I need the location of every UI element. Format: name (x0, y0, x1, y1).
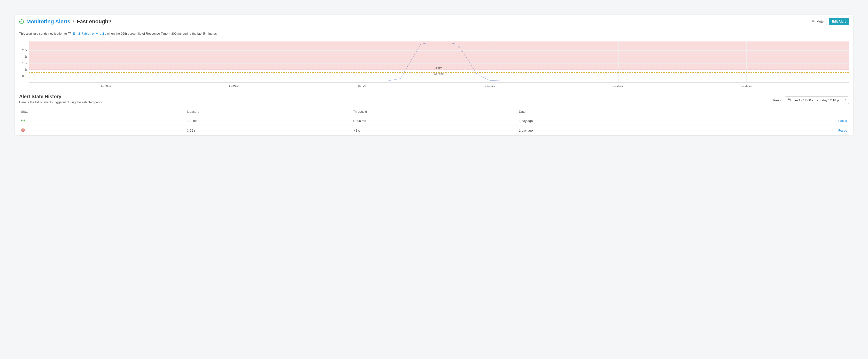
chart-x-axis: 11:40pm11:50pmJan 2312:10am12:20am12:30a… (29, 83, 849, 89)
alert-rule-summary: This alert rule sends notification to Em… (15, 28, 853, 39)
breadcrumb-separator: / (73, 19, 74, 25)
period-value: Jan 17 12:00 am - Today 12:18 pm (793, 99, 841, 102)
focus-link[interactable]: Focus (838, 129, 847, 132)
history-subtitle: Here is the list of events triggered dur… (19, 100, 104, 104)
alert-detail-card: Monitoring Alerts / Fast enough? Mute Ed… (14, 15, 854, 136)
history-table: State Measure Threshold Date 780 ms> 800… (19, 107, 849, 136)
mute-label: Mute (817, 20, 824, 23)
chart-container: 0.5s1s1.5s2s2.5s3salarmwarning 11:40pm11… (15, 39, 853, 90)
breadcrumb: Monitoring Alerts / Fast enough? (19, 19, 112, 25)
state-ok-icon (21, 119, 25, 123)
calendar-icon (787, 98, 791, 102)
table-row: 3.06 s> 1 s1 day agoFocus (19, 126, 849, 136)
cell-threshold: > 1 s (351, 126, 517, 136)
mute-icon (812, 19, 815, 24)
edit-alert-button[interactable]: Edit Alert (829, 18, 849, 25)
rule-suffix: when the 96th percentile of Response Tim… (107, 32, 217, 35)
state-alert-icon (21, 129, 25, 133)
cell-threshold: > 800 ms (351, 116, 517, 126)
table-row: 780 ms> 800 ms1 day agoFocus (19, 116, 849, 126)
cell-date: 1 day ago (517, 126, 766, 136)
cell-date: 1 day ago (517, 116, 766, 126)
focus-link[interactable]: Focus (838, 119, 847, 123)
cell-measure: 780 ms (185, 116, 351, 126)
col-threshold: Threshold (351, 107, 517, 116)
col-state: State (19, 107, 185, 116)
x-tick-label: 12:10am (485, 84, 495, 87)
breadcrumb-root-link[interactable]: Monitoring Alerts (26, 19, 70, 25)
response-time-chart[interactable]: 0.5s1s1.5s2s2.5s3salarmwarning (29, 42, 849, 83)
svg-rect-1 (68, 32, 71, 35)
mute-button[interactable]: Mute (809, 18, 827, 25)
y-tick-label: 1s (25, 68, 29, 71)
cell-measure: 3.06 s (185, 126, 351, 136)
y-tick-label: 3s (25, 43, 29, 46)
x-tick-label: 12:20am (613, 84, 623, 87)
notification-target-link[interactable]: Email Fabien only really (73, 32, 106, 35)
x-tick-label: Jan 23 (358, 84, 366, 87)
y-tick-label: 0.5s (22, 75, 29, 78)
y-tick-label: 2s (25, 55, 29, 58)
edit-alert-label: Edit Alert (832, 20, 846, 23)
svg-rect-2 (788, 99, 790, 101)
history-title: Alert State History (19, 94, 104, 100)
period-select[interactable]: Jan 17 12:00 am - Today 12:18 pm (785, 96, 849, 104)
chevron-down-icon (843, 99, 846, 102)
col-date: Date (517, 107, 766, 116)
y-tick-label: 1.5s (22, 61, 29, 65)
alert-history-section: Alert State History Here is the list of … (15, 90, 853, 136)
header-actions: Mute Edit Alert (809, 18, 849, 25)
y-tick-label: 2.5s (22, 49, 29, 52)
breadcrumb-current: Fast enough? (76, 19, 112, 25)
status-ok-icon (19, 19, 24, 24)
col-measure: Measure (185, 107, 351, 116)
period-label: Period (773, 99, 782, 102)
period-picker-row: Period Jan 17 12:00 am - Today 12:18 pm (773, 96, 849, 104)
header-bar: Monitoring Alerts / Fast enough? Mute Ed… (15, 15, 853, 28)
x-tick-label: 11:40pm (100, 84, 111, 87)
x-tick-label: 11:50pm (228, 84, 239, 87)
rule-prefix: This alert rule sends notification to (19, 32, 67, 35)
mail-icon (68, 32, 71, 35)
x-tick-label: 12:30am (741, 84, 751, 87)
